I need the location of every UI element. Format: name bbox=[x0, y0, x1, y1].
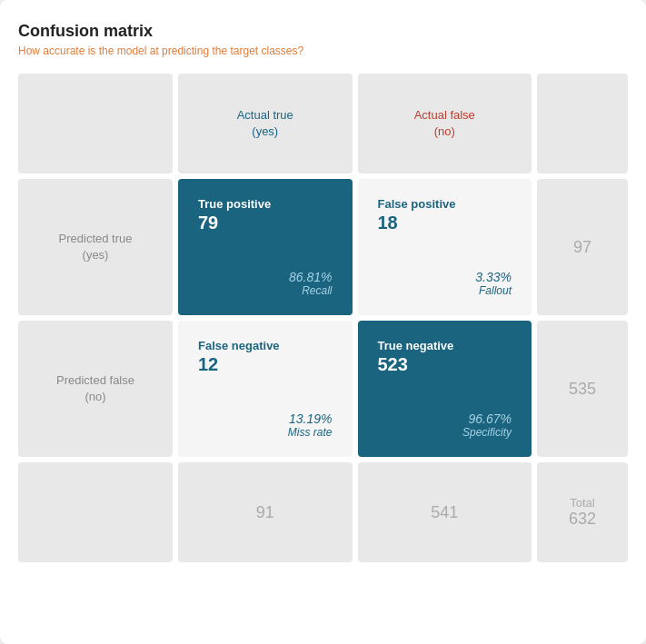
grand-total-label: Total bbox=[570, 496, 594, 510]
false-negative-metric-name: Miss rate bbox=[198, 426, 333, 439]
footer-empty-cell bbox=[18, 462, 173, 562]
true-positive-inner: True positive 79 86.81% Recall bbox=[187, 188, 343, 306]
actual-false-header: Actual false(no) bbox=[358, 74, 532, 173]
actual-true-header: Actual true(yes) bbox=[178, 74, 353, 173]
predicted-true-label: Predicted true(yes) bbox=[59, 231, 133, 263]
false-negative-title: False negative bbox=[198, 339, 333, 352]
false-negative-metric: 13.19% Miss rate bbox=[198, 411, 333, 439]
col2-total: 541 bbox=[431, 503, 458, 522]
header-empty-cell bbox=[18, 74, 173, 173]
row1-total: 97 bbox=[573, 238, 591, 257]
false-negative-inner: False negative 12 13.19% Miss rate bbox=[187, 330, 343, 448]
false-negative-count: 12 bbox=[198, 354, 333, 375]
actual-false-label: Actual false(no) bbox=[414, 107, 475, 140]
row2-total-cell: 535 bbox=[537, 321, 628, 457]
header-total-empty bbox=[537, 74, 628, 173]
grand-total: 632 bbox=[569, 510, 596, 529]
false-positive-inner: False positive 18 3.33% Fallout bbox=[367, 188, 523, 306]
false-positive-cell: False positive 18 3.33% Fallout bbox=[358, 179, 532, 315]
false-positive-metric: 3.33% Fallout bbox=[378, 270, 512, 297]
col2-total-cell: 541 bbox=[358, 462, 532, 562]
false-positive-title: False positive bbox=[378, 197, 512, 211]
false-positive-metric-name: Fallout bbox=[378, 284, 512, 297]
true-positive-metric-name: Recall bbox=[198, 284, 333, 297]
true-negative-percent: 96.67% bbox=[378, 411, 512, 426]
true-negative-count: 523 bbox=[378, 354, 512, 375]
card-subtitle: How accurate is the model at predicting … bbox=[18, 45, 628, 57]
false-positive-percent: 3.33% bbox=[378, 270, 512, 284]
card-title: Confusion matrix bbox=[18, 22, 628, 41]
predicted-false-label-cell: Predicted false(no) bbox=[18, 321, 173, 457]
row1-total-cell: 97 bbox=[537, 179, 628, 315]
false-positive-count: 18 bbox=[378, 213, 512, 233]
actual-true-label: Actual true(yes) bbox=[237, 107, 293, 140]
true-positive-cell: True positive 79 86.81% Recall bbox=[178, 179, 353, 315]
true-positive-percent: 86.81% bbox=[198, 270, 333, 284]
true-positive-metric: 86.81% Recall bbox=[198, 270, 333, 297]
confusion-matrix: Actual true(yes) Actual false(no) Predic… bbox=[18, 74, 628, 562]
false-negative-cell: False negative 12 13.19% Miss rate bbox=[178, 321, 353, 457]
false-negative-percent: 13.19% bbox=[198, 411, 333, 426]
true-negative-metric: 96.67% Specificity bbox=[378, 411, 512, 439]
confusion-matrix-card: Confusion matrix How accurate is the mod… bbox=[0, 0, 646, 644]
row2-total: 535 bbox=[569, 380, 596, 399]
true-positive-title: True positive bbox=[198, 197, 333, 211]
true-negative-cell: True negative 523 96.67% Specificity bbox=[358, 321, 532, 457]
predicted-false-label: Predicted false(no) bbox=[56, 372, 134, 405]
true-positive-count: 79 bbox=[198, 213, 333, 233]
true-negative-title: True negative bbox=[378, 339, 512, 352]
col1-total-cell: 91 bbox=[178, 462, 353, 562]
col1-total: 91 bbox=[256, 503, 274, 522]
predicted-true-label-cell: Predicted true(yes) bbox=[18, 179, 173, 315]
true-negative-inner: True negative 523 96.67% Specificity bbox=[367, 330, 523, 448]
grand-total-cell: Total 632 bbox=[537, 462, 628, 562]
true-negative-metric-name: Specificity bbox=[378, 426, 512, 439]
